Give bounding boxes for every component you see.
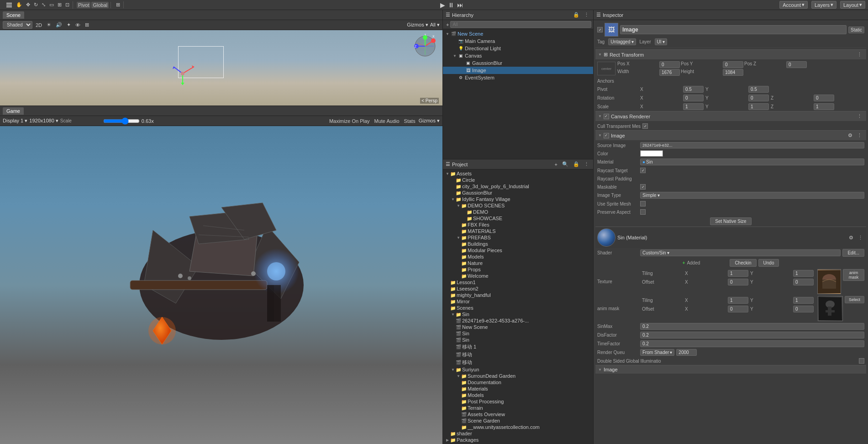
2d-toggle[interactable]: 2D [34,22,43,28]
folder-welcome[interactable]: 📁 Welcome [443,273,593,279]
offset-y-input[interactable] [793,279,814,285]
width-input[interactable] [659,69,680,76]
layout-dropdown[interactable]: Layout ▾ [840,1,865,9]
game-canvas[interactable] [0,126,442,444]
anim-offset-x-input[interactable] [728,306,748,312]
canvas-renderer-header[interactable]: ▼ ✓ Canvas Renderer ⋮ [595,111,866,121]
texture-thumbnail[interactable] [817,269,841,294]
folder-suriyun[interactable]: ▼ 📁 Suriyun [443,366,593,373]
tree-item-main-camera[interactable]: 📷 Main Camera [443,37,593,45]
step-button[interactable]: ⏭ [457,1,463,9]
image-active-checkbox[interactable]: ✓ [604,133,609,138]
maskable-checkbox[interactable]: ✓ [640,184,646,190]
rotate-tool[interactable]: ↻ [32,1,39,8]
disfactor-input[interactable] [640,332,864,338]
folder-unity-asset[interactable]: 📁 __www.unityassetcollection.com [443,424,593,430]
set-native-size-btn[interactable]: Set Native Size [710,217,751,225]
source-image-field[interactable]: 262471e9-e32... [640,142,864,148]
hierarchy-add[interactable]: + [445,21,450,28]
global-button[interactable]: Global [91,2,109,8]
tag-dropdown[interactable]: Untagged ▾ [608,38,636,45]
object-active-checkbox[interactable]: ✓ [597,27,603,32]
folder-guid[interactable]: 🎬 262471e9-e322-4533-a276-... [443,317,593,324]
shader-dropdown[interactable]: Custom/Sin ▾ [640,249,841,256]
image-type-dropdown[interactable]: Simple ▾ [640,192,864,199]
layer-dropdown[interactable]: UI ▾ [655,38,667,45]
folder-surround-dead[interactable]: ▼ 📁 SurrounDead Garden [443,373,593,379]
folder-move3[interactable]: 🎬 移动 [443,359,593,366]
anim-mask-select-btn[interactable]: Select [845,296,864,303]
folder-models2[interactable]: 📁 Models [443,392,593,398]
tree-item-eventsystem[interactable]: ⚙ EventSystem [443,74,593,81]
anchor-preset[interactable]: center [597,62,615,75]
folder-shader[interactable]: 📁 shader [443,430,593,437]
material-settings-btn[interactable]: ⚙ [847,234,855,241]
folder-sin3[interactable]: 🎬 Sin [443,337,593,343]
folder-packages[interactable]: ▶ 📁 Packages [443,437,593,443]
anim-tiling-x-input[interactable] [728,297,748,304]
rot-y-input[interactable] [748,95,769,101]
render-queue-input[interactable] [676,349,697,356]
scene-grid[interactable]: ⊞ [84,21,90,28]
folder-props[interactable]: 📁 Props [443,266,593,273]
folder-post-processing[interactable]: 📁 Post Processing [443,398,593,405]
folder-city[interactable]: 📁 city_3d_low_poly_6_Industrial [443,183,593,190]
transform-tool[interactable]: ⊞ [56,1,63,8]
scale-tool[interactable]: ⤡ [40,1,47,8]
folder-nature[interactable]: 📁 Nature [443,260,593,266]
shading-dropdown[interactable]: Shaded [3,21,32,29]
scene-lighting[interactable]: ☀ [45,21,53,28]
folder-sin[interactable]: ▼ 📁 Sin [443,311,593,317]
layers-dropdown[interactable]: Layers ▾ [811,1,836,9]
mute-audio-btn[interactable]: Mute Audio [373,118,401,124]
gizmos-scene-dropdown[interactable]: Gizmos ▾ [407,22,428,28]
play-button[interactable]: ▶ [440,1,445,9]
image-menu[interactable]: ⋮ [856,132,863,139]
folder-sin2[interactable]: 🎬 Sin [443,330,593,337]
folder-demo[interactable]: 📁 DEMO [443,209,593,215]
folder-idyllic[interactable]: ▼ 📁 Idyllic Fantasy Village [443,196,593,202]
folder-move2[interactable]: 🎬 移动 [443,351,593,359]
rot-z-input[interactable] [814,95,834,101]
anim-mask-thumbnail[interactable] [818,296,843,321]
scene-audio[interactable]: 🔊 [54,21,63,28]
rot-x-input[interactable] [683,95,704,101]
anim-tiling-y-input[interactable] [793,297,814,304]
project-search[interactable]: 🔍 [561,161,570,168]
tiling-x-input[interactable] [728,270,748,277]
folder-demo-scenes[interactable]: ▼ 📁 DEMO SCENES [443,202,593,209]
folder-lseeson2[interactable]: 📁 Lseeson2 [443,285,593,292]
scene-hidden[interactable]: 👁 [74,22,82,28]
folder-scene-garden[interactable]: 🎬 Scene Garden [443,418,593,424]
undo-btn[interactable]: Undo [758,259,779,267]
raycast-target-checkbox[interactable]: ✓ [640,168,646,173]
folder-mighty[interactable]: 📁 mighty_handful [443,292,593,298]
move-tool[interactable]: ✥ [25,1,32,8]
pivot-button[interactable]: Pivot [77,2,90,8]
shader-edit-btn[interactable]: Edit... [842,249,864,257]
checkin-btn[interactable]: Checkin [730,259,756,267]
posy-input[interactable] [723,61,743,68]
folder-move1[interactable]: 🎬 移动 1 [443,343,593,351]
project-menu[interactable]: ⋮ [583,161,590,168]
anim-offset-y-input[interactable] [793,306,814,312]
timefactor-input[interactable] [640,340,864,347]
tree-item-gblur[interactable]: ▣ GaussionBlur [443,59,593,67]
folder-showcase[interactable]: 📁 SHOWCASE [443,215,593,222]
rect-tool[interactable]: ▭ [48,1,55,8]
rect-transform-menu[interactable]: ⋮ [856,51,863,58]
scale-x-input[interactable] [683,103,704,110]
height-input[interactable] [723,69,743,76]
offset-x-input[interactable] [728,279,748,285]
folder-buildings[interactable]: 📁 Buildings [443,241,593,247]
folder-terrain[interactable]: 📁 Terrain [443,405,593,411]
resolution-dropdown[interactable]: 1920x1080 ▾ [29,118,58,124]
tree-item-canvas[interactable]: ▼ ▣ Canvas [443,52,593,59]
texture-select-btn[interactable]: anim mask [843,269,864,281]
menu-scene[interactable] [5,1,14,9]
all-scene-dropdown[interactable]: All ▾ [430,22,440,28]
project-add[interactable]: + [553,161,559,168]
object-name-input[interactable] [620,25,847,34]
hierarchy-lock[interactable]: 🔒 [572,11,581,18]
rect-transform-header[interactable]: ▼ ⊞ Rect Transform ⋮ [595,49,866,59]
